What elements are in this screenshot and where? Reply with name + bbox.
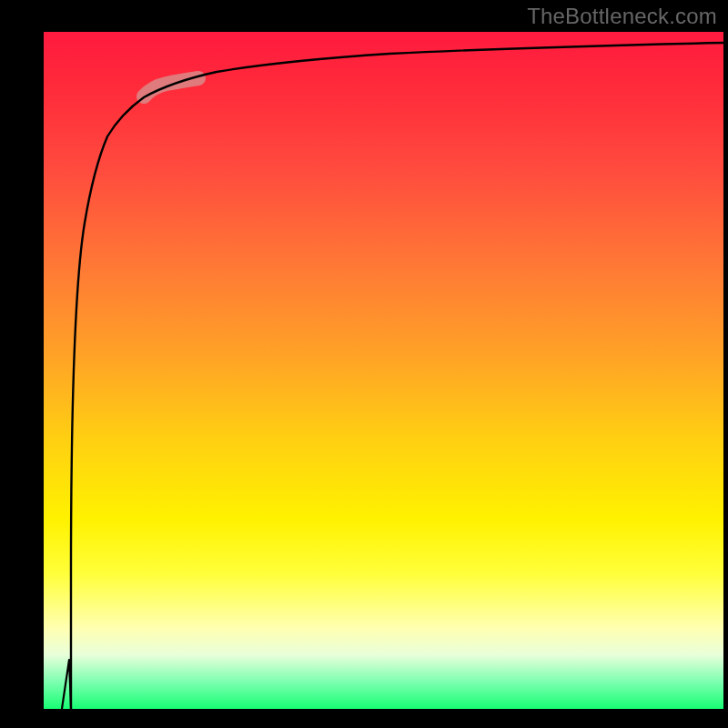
origin-spike — [62, 660, 71, 709]
bottleneck-curve — [71, 43, 723, 709]
curve-layer — [44, 32, 723, 709]
chart-frame: TheBottleneck.com — [0, 0, 728, 728]
plot-area — [44, 32, 723, 709]
watermark-label: TheBottleneck.com — [527, 4, 717, 29]
